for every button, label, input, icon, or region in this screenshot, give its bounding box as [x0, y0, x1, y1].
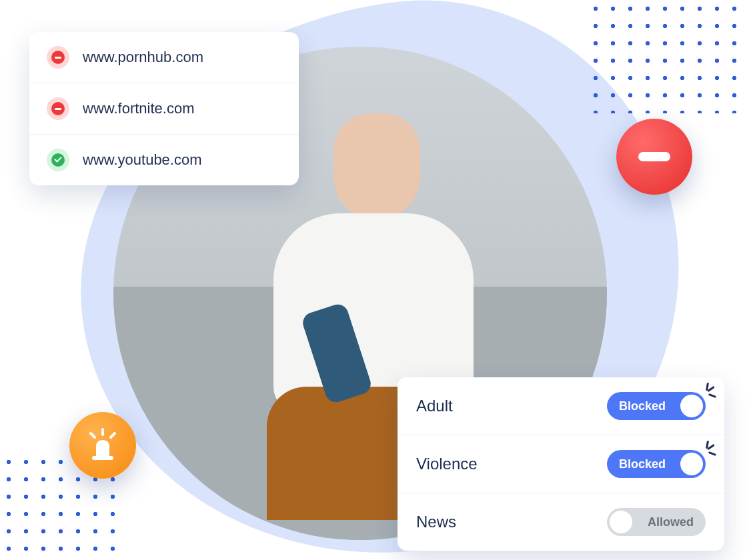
site-row[interactable]: www.fortnite.com	[29, 83, 299, 135]
toggle-knob	[680, 395, 703, 417]
site-url: www.fortnite.com	[83, 100, 195, 117]
siren-icon	[69, 412, 136, 479]
category-row-violence: Violence Blocked	[398, 435, 724, 493]
toggle-state-label: Blocked	[619, 457, 666, 471]
toggle-state-label: Allowed	[648, 515, 694, 529]
check-icon	[47, 149, 69, 171]
category-row-adult: Adult Blocked	[398, 377, 724, 435]
category-toggle[interactable]: Blocked	[607, 392, 706, 420]
category-toggle[interactable]: Allowed	[607, 508, 706, 536]
category-label: Adult	[416, 397, 453, 415]
block-icon	[47, 46, 69, 69]
site-url: www.youtube.com	[83, 151, 202, 169]
blocked-sites-card: www.pornhub.com www.fortnite.com www.you…	[29, 32, 299, 185]
toggle-knob	[610, 511, 632, 533]
block-icon	[47, 97, 69, 120]
svg-line-2	[111, 433, 115, 437]
site-url: www.pornhub.com	[83, 49, 203, 66]
site-row[interactable]: www.youtube.com	[29, 135, 299, 185]
category-row-news: News Allowed	[398, 493, 724, 551]
category-label: Violence	[416, 455, 478, 473]
category-label: News	[416, 513, 456, 531]
block-icon	[616, 119, 692, 195]
svg-rect-3	[92, 456, 113, 460]
toggle-state-label: Blocked	[619, 399, 666, 413]
category-toggle[interactable]: Blocked	[607, 450, 706, 478]
decorative-dots-top-right	[587, 0, 747, 113]
toggle-knob	[680, 453, 703, 475]
svg-line-1	[91, 433, 95, 437]
site-row[interactable]: www.pornhub.com	[29, 32, 299, 83]
category-filter-card: Adult Blocked Violence Blocked News Allo…	[398, 377, 724, 551]
